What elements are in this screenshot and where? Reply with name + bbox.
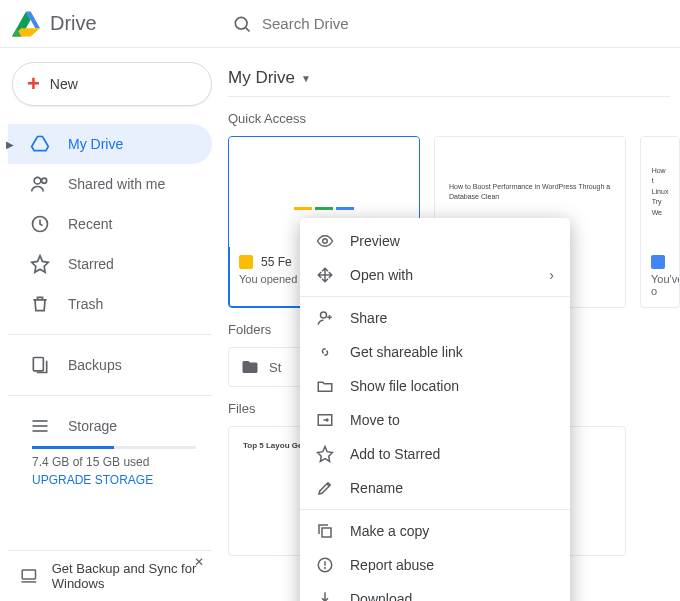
person-add-icon (316, 309, 334, 327)
promo-text: Get Backup and Sync for Windows (52, 561, 200, 591)
sidebar-item-recent[interactable]: Recent (8, 204, 212, 244)
svg-rect-14 (322, 528, 331, 537)
ctx-label: Add to Starred (350, 446, 440, 462)
move-to-icon (316, 411, 334, 429)
svg-point-2 (34, 177, 41, 184)
sidebar-item-backups[interactable]: Backups (8, 345, 212, 385)
ctx-move-to[interactable]: Move to (300, 403, 570, 437)
nav: ▶ My Drive Shared with me Recent Starred… (8, 124, 212, 446)
download-icon (316, 590, 334, 601)
sidebar-item-starred[interactable]: Starred (8, 244, 212, 284)
ctx-label: Show file location (350, 378, 459, 394)
svg-rect-9 (22, 570, 35, 579)
svg-point-12 (321, 312, 327, 318)
chevron-down-icon: ▼ (301, 73, 311, 84)
quick-access-label: Quick Access (228, 111, 680, 126)
brand[interactable]: Drive (0, 10, 220, 38)
ctx-star[interactable]: Add to Starred (300, 437, 570, 471)
ctx-label: Get shareable link (350, 344, 463, 360)
search-input[interactable] (262, 15, 462, 32)
backup-icon (30, 355, 50, 375)
people-icon (30, 174, 50, 194)
sidebar-item-label: Backups (68, 357, 122, 373)
divider (300, 509, 570, 510)
upgrade-storage-link[interactable]: UPGRADE STORAGE (32, 473, 196, 487)
slides-icon (239, 255, 253, 269)
svg-point-11 (323, 239, 328, 244)
ctx-share[interactable]: Share (300, 301, 570, 335)
close-icon[interactable]: ✕ (194, 555, 204, 569)
divider (8, 395, 212, 396)
new-button-label: New (50, 76, 78, 92)
sidebar-item-trash[interactable]: Trash (8, 284, 212, 324)
ctx-copy[interactable]: Make a copy (300, 514, 570, 548)
ctx-open-with[interactable]: Open with › (300, 258, 570, 292)
ctx-report[interactable]: Report abuse (300, 548, 570, 582)
report-icon (316, 556, 334, 574)
ctx-label: Preview (350, 233, 400, 249)
svg-point-17 (325, 568, 326, 569)
star-icon (30, 254, 50, 274)
context-menu: Preview Open with › Share Get shareable … (300, 218, 570, 601)
card-thumbnail: How t Linux Try We (641, 137, 679, 247)
promo-banner[interactable]: Get Backup and Sync for Windows ✕ (8, 550, 212, 601)
storage-widget: 7.4 GB of 15 GB used UPGRADE STORAGE (8, 446, 212, 487)
ctx-label: Rename (350, 480, 403, 496)
sidebar: + New ▶ My Drive Shared with me Recent S… (0, 48, 212, 601)
chevron-right-icon: ▶ (6, 139, 14, 150)
storage-bar (32, 446, 196, 449)
ctx-get-link[interactable]: Get shareable link (300, 335, 570, 369)
monitor-icon (20, 564, 38, 588)
ctx-label: Move to (350, 412, 400, 428)
ctx-show-location[interactable]: Show file location (300, 369, 570, 403)
search-icon (232, 14, 252, 34)
ctx-label: Open with (350, 267, 413, 283)
quick-access-card[interactable]: How t Linux Try We Ho You've o (640, 136, 680, 308)
ctx-label: Share (350, 310, 387, 326)
storage-icon (30, 416, 50, 436)
breadcrumb-label: My Drive (228, 68, 295, 88)
storage-usage-text: 7.4 GB of 15 GB used (32, 455, 196, 469)
divider (300, 296, 570, 297)
sidebar-item-label: Recent (68, 216, 112, 232)
new-button[interactable]: + New (12, 62, 212, 106)
plus-icon: + (27, 71, 40, 97)
drive-logo-icon (12, 10, 40, 38)
sidebar-item-storage[interactable]: Storage (8, 406, 212, 446)
svg-point-0 (235, 17, 247, 29)
sidebar-item-label: My Drive (68, 136, 123, 152)
eye-icon (316, 232, 334, 250)
sidebar-item-shared[interactable]: Shared with me (8, 164, 212, 204)
drive-icon (30, 134, 50, 154)
sidebar-item-label: Shared with me (68, 176, 165, 192)
card-subtitle: You've o (651, 273, 669, 297)
folder-icon (241, 358, 259, 376)
sidebar-item-label: Starred (68, 256, 114, 272)
clock-icon (30, 214, 50, 234)
sidebar-item-label: Storage (68, 418, 117, 434)
sidebar-item-label: Trash (68, 296, 103, 312)
folder-icon (316, 377, 334, 395)
ctx-label: Download (350, 591, 412, 601)
ctx-label: Make a copy (350, 523, 429, 539)
ctx-download[interactable]: Download (300, 582, 570, 601)
card-title: 55 Fe (261, 255, 292, 269)
ctx-rename[interactable]: Rename (300, 471, 570, 505)
docs-icon (651, 255, 665, 269)
chevron-right-icon: › (549, 267, 554, 283)
ctx-label: Report abuse (350, 557, 434, 573)
folder-label: St (269, 360, 281, 375)
svg-point-3 (42, 178, 47, 183)
star-icon (316, 445, 334, 463)
thumb-headline: 55 (302, 158, 347, 203)
sidebar-item-my-drive[interactable]: ▶ My Drive (8, 124, 212, 164)
app-name: Drive (50, 12, 97, 35)
move-icon (316, 266, 334, 284)
top-bar: Drive (0, 0, 680, 48)
breadcrumb[interactable]: My Drive ▼ (228, 68, 670, 97)
svg-rect-5 (33, 358, 43, 371)
ctx-preview[interactable]: Preview (300, 224, 570, 258)
pencil-icon (316, 479, 334, 497)
copy-icon (316, 522, 334, 540)
search-bar[interactable] (220, 14, 680, 34)
